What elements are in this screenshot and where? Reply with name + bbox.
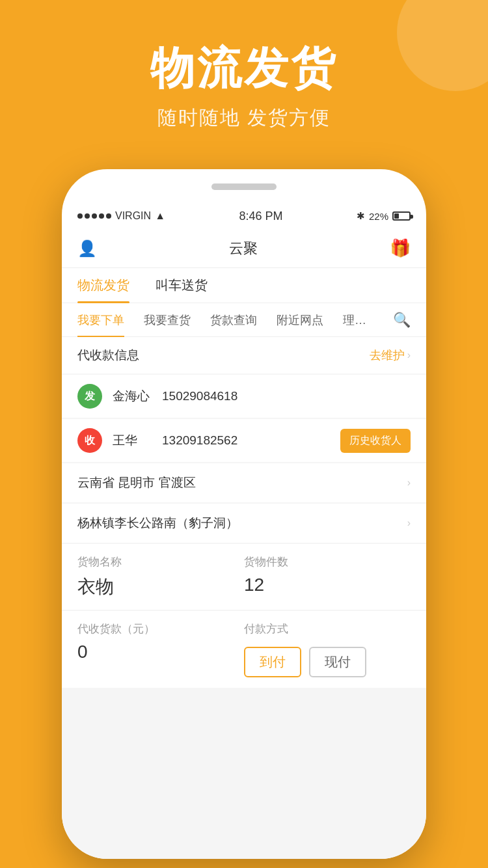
goods-count-cell: 货物件数 12 (244, 554, 411, 599)
subtab-more[interactable]: 理… (343, 303, 366, 337)
phone-speaker (211, 183, 277, 190)
bluetooth-icon: ✱ (357, 210, 365, 222)
payment-method-cell: 付款方式 到付 现付 (244, 621, 411, 677)
sender-badge: 发 (77, 384, 102, 409)
sender-row: 发 金海心 15029084618 (62, 375, 426, 418)
receiver-name: 王华 (113, 432, 152, 449)
top-nav-bar: 👤 云聚 🎁 (62, 229, 426, 268)
subtab-order[interactable]: 我要下单 (77, 303, 124, 337)
battery-icon (392, 211, 411, 221)
app-title: 云聚 (229, 239, 258, 258)
status-right: ✱ 22% (357, 210, 411, 222)
tab-delivery[interactable]: 叫车送货 (156, 268, 208, 303)
address-province-row[interactable]: 云南省 昆明市 官渡区 › (62, 463, 426, 502)
maintain-action[interactable]: 去维护 › (370, 347, 411, 363)
carrier-name: VIRGIN (115, 210, 151, 222)
status-bar: VIRGIN ▲ 8:46 PM ✱ 22% (62, 203, 426, 229)
collection-info-header: 代收款信息 去维护 › (62, 337, 426, 373)
app-content: 👤 云聚 🎁 物流发货 叫车送货 我要下单 我要查货 货款查询 (62, 229, 426, 859)
cod-value: 0 (77, 642, 244, 662)
main-title: 物流发货 (0, 39, 488, 98)
collection-info-title: 代收款信息 (77, 347, 139, 364)
goods-name-value: 衣物 (77, 575, 244, 599)
cod-cell: 代收货款（元） 0 (77, 621, 244, 677)
receiver-phone: 13209182562 (162, 433, 237, 448)
pay-cash-button[interactable]: 现付 (309, 647, 366, 677)
sender-name: 金海心 (113, 388, 152, 405)
address-province-text: 云南省 昆明市 官渡区 (77, 474, 196, 491)
cod-label: 代收货款（元） (77, 621, 244, 636)
subtab-check-goods[interactable]: 我要查货 (144, 303, 191, 337)
tab-logistics[interactable]: 物流发货 (77, 268, 129, 303)
subtab-payment-query[interactable]: 货款查询 (210, 303, 257, 337)
chevron-right-icon: › (407, 349, 411, 361)
subtab-nearby[interactable]: 附近网点 (277, 303, 323, 337)
profile-icon[interactable]: 👤 (77, 239, 97, 258)
chevron-right-icon-detail: › (407, 517, 411, 529)
payment-method-label: 付款方式 (244, 621, 411, 636)
wifi-icon: ▲ (155, 210, 165, 222)
receiver-badge: 收 (77, 428, 102, 453)
payment-method-buttons: 到付 现付 (244, 642, 411, 677)
phone-shell: VIRGIN ▲ 8:46 PM ✱ 22% 👤 云聚 🎁 物流发货 叫车送货 (62, 169, 426, 859)
receiver-row: 收 王华 13209182562 历史收货人 (62, 419, 426, 462)
goods-name-cell: 货物名称 衣物 (77, 554, 244, 599)
chevron-right-icon-province: › (407, 477, 411, 489)
payment-section: 代收货款（元） 0 付款方式 到付 现付 (62, 611, 426, 688)
header-section: 物流发货 随时随地 发货方便 (0, 39, 488, 131)
sender-phone: 15029084618 (162, 389, 237, 403)
form-area: 代收款信息 去维护 › 发 金海心 15029084618 收 王华 (62, 337, 426, 688)
status-time: 8:46 PM (239, 210, 282, 223)
address-detail-row[interactable]: 杨林镇李长公路南（豹子洞） › (62, 504, 426, 543)
gift-icon[interactable]: 🎁 (390, 238, 411, 258)
status-left: VIRGIN ▲ (77, 210, 165, 222)
history-receiver-button[interactable]: 历史收货人 (340, 429, 411, 453)
pay-on-delivery-button[interactable]: 到付 (244, 647, 301, 677)
main-subtitle: 随时随地 发货方便 (0, 105, 488, 131)
goods-name-label: 货物名称 (77, 554, 244, 569)
goods-count-value: 12 (244, 575, 411, 595)
battery-percent: 22% (369, 211, 388, 222)
search-button[interactable]: 🔍 (393, 312, 411, 329)
signal-dots (77, 213, 111, 219)
goods-section: 货物名称 衣物 货物件数 12 (62, 544, 426, 610)
sub-tab-bar: 我要下单 我要查货 货款查询 附近网点 理… 🔍 (62, 303, 426, 337)
address-detail-text: 杨林镇李长公路南（豹子洞） (77, 515, 238, 532)
goods-count-label: 货物件数 (244, 554, 411, 569)
main-tab-bar: 物流发货 叫车送货 (62, 268, 426, 303)
